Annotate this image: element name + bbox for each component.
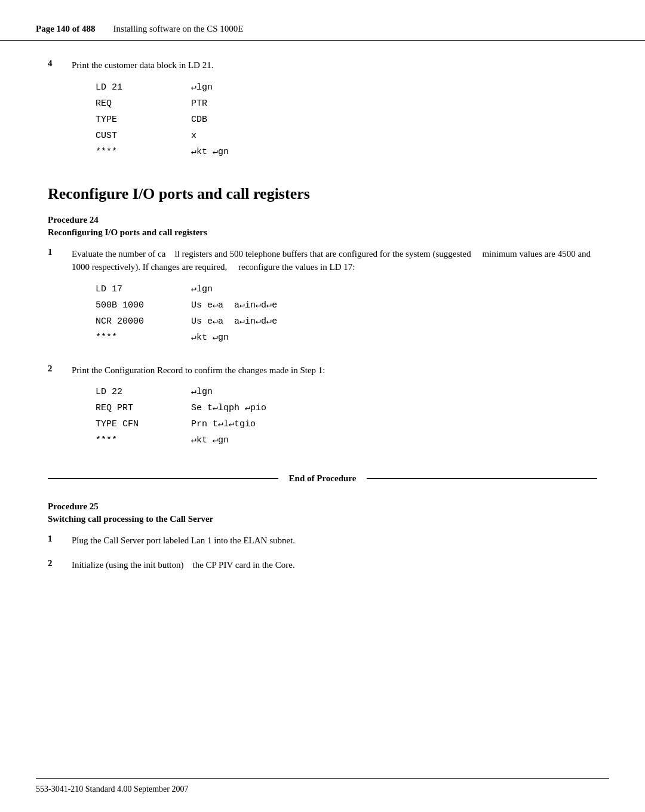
code-key: LD 22	[96, 384, 167, 400]
ld21-code-table: LD 21 ↵lgn REQ PTR TYPE CDB CUST x	[96, 79, 229, 160]
code-row: **** ↵kt ↵gn	[96, 330, 597, 346]
proc24-step-1: 1 Evaluate the number of ca ll registers…	[48, 247, 597, 353]
code-val: Us e↵a a↵in↵d↵e	[191, 313, 277, 330]
proc25-step-2: 2 Initialize (using the init button) the…	[48, 558, 597, 572]
code-val: CDB	[191, 112, 207, 128]
reconfigure-heading: Reconfigure I/O ports and call registers	[48, 185, 597, 203]
code-row: NCR 20000 Us e↵a a↵in↵d↵e	[96, 313, 597, 330]
code-row: LD 22 ↵lgn	[96, 384, 325, 400]
code-key: TYPE	[96, 112, 167, 128]
code-val: PTR	[191, 96, 207, 112]
footer-text: 553-3041-210 Standard 4.00 September 200…	[36, 785, 188, 793]
code-key: CUST	[96, 128, 167, 144]
procedure-24: Procedure 24 Reconfiguring I/O ports and…	[48, 215, 597, 456]
proc24-step-2-content: Print the Configuration Record to confir…	[72, 364, 325, 456]
procedure-25-subtitle: Switching call processing to the Call Se…	[48, 514, 597, 524]
step-4-number: 4	[48, 59, 60, 167]
code-key: REQ PRT	[96, 400, 167, 416]
step-4-block: 4 Print the customer data block in LD 21…	[48, 59, 597, 167]
proc24-step-1-content: Evaluate the number of ca ll registers a…	[72, 247, 597, 353]
eop-text: End of Procedure	[278, 473, 367, 484]
code-val: ↵lgn	[191, 79, 213, 96]
code-val: Us e↵a a↵in↵d↵e	[191, 297, 277, 313]
code-val: Prn t↵l↵tgio	[191, 416, 256, 432]
code-row: REQ PTR	[96, 96, 229, 112]
proc25-step-1-text: Plug the Call Server port labeled Lan 1 …	[72, 534, 295, 548]
procedure-24-label: Procedure 24	[48, 215, 597, 225]
code-val: ↵lgn	[191, 281, 213, 297]
page-container: Page 140 of 488 Installing software on t…	[0, 0, 645, 812]
code-key: LD 21	[96, 79, 167, 96]
eop-left-line	[48, 478, 278, 479]
proc25-step-2-text: Initialize (using the init button) the C…	[72, 558, 295, 572]
code-row: CUST x	[96, 128, 229, 144]
page-number: Page 140 of 488	[36, 24, 96, 34]
step-4-text: Print the customer data block in LD 21.	[72, 59, 229, 72]
procedure-25: Procedure 25 Switching call processing t…	[48, 502, 597, 571]
code-row: TYPE CDB	[96, 112, 229, 128]
ld22-code-table: LD 22 ↵lgn REQ PRT Se t↵lqph ↵pio TYPE C…	[96, 384, 325, 448]
proc25-step-1: 1 Plug the Call Server port labeled Lan …	[48, 534, 597, 548]
code-row: LD 17 ↵lgn	[96, 281, 597, 297]
code-row: REQ PRT Se t↵lqph ↵pio	[96, 400, 325, 416]
end-of-procedure: End of Procedure	[48, 473, 597, 484]
main-content: 4 Print the customer data block in LD 21…	[0, 41, 645, 618]
code-val: ↵kt ↵gn	[191, 330, 229, 346]
ld17-code-table: LD 17 ↵lgn 500B 1000 Us e↵a a↵in↵d↵e NCR…	[96, 281, 597, 346]
code-key: ****	[96, 144, 167, 160]
code-row: 500B 1000 Us e↵a a↵in↵d↵e	[96, 297, 597, 313]
code-key: 500B 1000	[96, 297, 167, 313]
proc24-step-2-text: Print the Configuration Record to confir…	[72, 364, 325, 377]
proc25-step-2-num: 2	[48, 558, 60, 572]
proc24-step-2: 2 Print the Configuration Record to conf…	[48, 364, 597, 456]
code-key: LD 17	[96, 281, 167, 297]
code-key: TYPE CFN	[96, 416, 167, 432]
code-val: x	[191, 128, 196, 144]
proc24-step-1-text: Evaluate the number of ca ll registers a…	[72, 247, 597, 274]
code-row: TYPE CFN Prn t↵l↵tgio	[96, 416, 325, 432]
code-key: NCR 20000	[96, 313, 167, 330]
procedure-24-subtitle: Reconfiguring I/O ports and call registe…	[48, 227, 597, 238]
code-row: LD 21 ↵lgn	[96, 79, 229, 96]
proc25-step-1-num: 1	[48, 534, 60, 548]
code-key: REQ	[96, 96, 167, 112]
code-val: ↵kt ↵gn	[191, 432, 229, 448]
proc24-step-1-num: 1	[48, 247, 60, 353]
procedure-25-label: Procedure 25	[48, 502, 597, 512]
page-header: Page 140 of 488 Installing software on t…	[0, 0, 645, 41]
header-title: Installing software on the CS 1000E	[113, 24, 244, 34]
code-row: **** ↵kt ↵gn	[96, 144, 229, 160]
page-footer: 553-3041-210 Standard 4.00 September 200…	[36, 778, 609, 794]
code-val: ↵lgn	[191, 384, 213, 400]
code-key: ****	[96, 432, 167, 448]
proc24-step-2-num: 2	[48, 364, 60, 456]
code-key: ****	[96, 330, 167, 346]
eop-right-line	[367, 478, 597, 479]
code-val: ↵kt ↵gn	[191, 144, 229, 160]
code-row: **** ↵kt ↵gn	[96, 432, 325, 448]
code-val: Se t↵lqph ↵pio	[191, 400, 266, 416]
step-4-content: Print the customer data block in LD 21. …	[72, 59, 229, 167]
